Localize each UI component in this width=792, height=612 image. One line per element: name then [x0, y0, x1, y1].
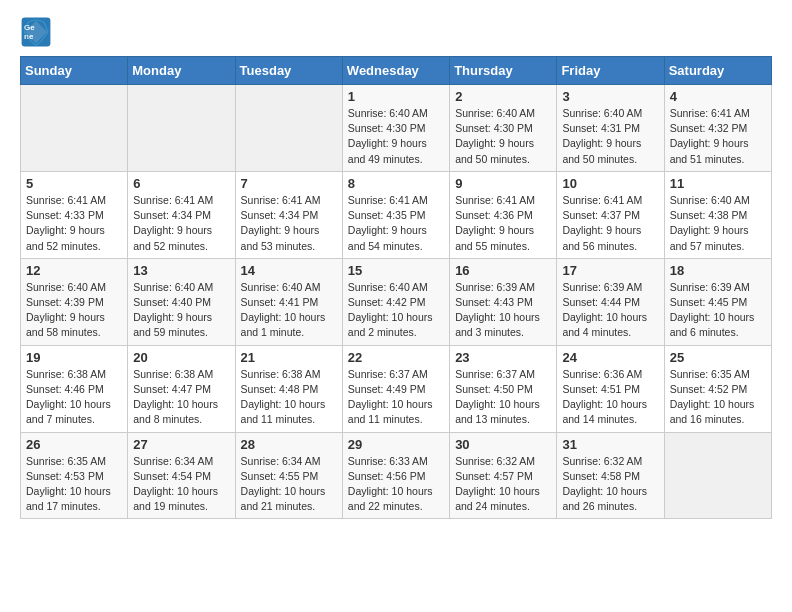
day-info: Sunrise: 6:33 AM Sunset: 4:56 PM Dayligh… [348, 454, 444, 515]
day-cell: 15Sunrise: 6:40 AM Sunset: 4:42 PM Dayli… [342, 258, 449, 345]
day-info: Sunrise: 6:38 AM Sunset: 4:48 PM Dayligh… [241, 367, 337, 428]
day-info: Sunrise: 6:39 AM Sunset: 4:44 PM Dayligh… [562, 280, 658, 341]
day-cell: 13Sunrise: 6:40 AM Sunset: 4:40 PM Dayli… [128, 258, 235, 345]
day-cell: 18Sunrise: 6:39 AM Sunset: 4:45 PM Dayli… [664, 258, 771, 345]
day-info: Sunrise: 6:41 AM Sunset: 4:34 PM Dayligh… [133, 193, 229, 254]
day-number: 9 [455, 176, 551, 191]
day-info: Sunrise: 6:40 AM Sunset: 4:39 PM Dayligh… [26, 280, 122, 341]
day-cell: 7Sunrise: 6:41 AM Sunset: 4:34 PM Daylig… [235, 171, 342, 258]
weekday-header-tuesday: Tuesday [235, 57, 342, 85]
day-number: 1 [348, 89, 444, 104]
day-number: 5 [26, 176, 122, 191]
weekday-header-wednesday: Wednesday [342, 57, 449, 85]
day-cell: 17Sunrise: 6:39 AM Sunset: 4:44 PM Dayli… [557, 258, 664, 345]
logo: Ge ne [20, 16, 58, 48]
day-cell: 31Sunrise: 6:32 AM Sunset: 4:58 PM Dayli… [557, 432, 664, 519]
day-cell: 21Sunrise: 6:38 AM Sunset: 4:48 PM Dayli… [235, 345, 342, 432]
day-cell: 28Sunrise: 6:34 AM Sunset: 4:55 PM Dayli… [235, 432, 342, 519]
day-number: 2 [455, 89, 551, 104]
day-info: Sunrise: 6:39 AM Sunset: 4:45 PM Dayligh… [670, 280, 766, 341]
weekday-header-sunday: Sunday [21, 57, 128, 85]
day-info: Sunrise: 6:40 AM Sunset: 4:41 PM Dayligh… [241, 280, 337, 341]
day-cell: 20Sunrise: 6:38 AM Sunset: 4:47 PM Dayli… [128, 345, 235, 432]
day-info: Sunrise: 6:41 AM Sunset: 4:36 PM Dayligh… [455, 193, 551, 254]
day-info: Sunrise: 6:37 AM Sunset: 4:50 PM Dayligh… [455, 367, 551, 428]
day-cell: 9Sunrise: 6:41 AM Sunset: 4:36 PM Daylig… [450, 171, 557, 258]
day-cell: 22Sunrise: 6:37 AM Sunset: 4:49 PM Dayli… [342, 345, 449, 432]
calendar-table: SundayMondayTuesdayWednesdayThursdayFrid… [20, 56, 772, 519]
logo-icon: Ge ne [20, 16, 52, 48]
day-cell [128, 85, 235, 172]
day-number: 7 [241, 176, 337, 191]
header: Ge ne [20, 16, 772, 48]
day-number: 3 [562, 89, 658, 104]
day-number: 19 [26, 350, 122, 365]
day-number: 29 [348, 437, 444, 452]
week-row-1: 1Sunrise: 6:40 AM Sunset: 4:30 PM Daylig… [21, 85, 772, 172]
day-info: Sunrise: 6:40 AM Sunset: 4:30 PM Dayligh… [348, 106, 444, 167]
day-info: Sunrise: 6:35 AM Sunset: 4:52 PM Dayligh… [670, 367, 766, 428]
day-number: 6 [133, 176, 229, 191]
weekday-header-row: SundayMondayTuesdayWednesdayThursdayFrid… [21, 57, 772, 85]
day-number: 28 [241, 437, 337, 452]
day-cell: 23Sunrise: 6:37 AM Sunset: 4:50 PM Dayli… [450, 345, 557, 432]
day-info: Sunrise: 6:40 AM Sunset: 4:38 PM Dayligh… [670, 193, 766, 254]
day-cell: 4Sunrise: 6:41 AM Sunset: 4:32 PM Daylig… [664, 85, 771, 172]
day-number: 21 [241, 350, 337, 365]
weekday-header-monday: Monday [128, 57, 235, 85]
day-info: Sunrise: 6:37 AM Sunset: 4:49 PM Dayligh… [348, 367, 444, 428]
page: Ge ne SundayMondayTuesdayWednesdayThursd… [0, 0, 792, 535]
weekday-header-saturday: Saturday [664, 57, 771, 85]
week-row-3: 12Sunrise: 6:40 AM Sunset: 4:39 PM Dayli… [21, 258, 772, 345]
day-info: Sunrise: 6:41 AM Sunset: 4:35 PM Dayligh… [348, 193, 444, 254]
day-number: 22 [348, 350, 444, 365]
day-info: Sunrise: 6:41 AM Sunset: 4:32 PM Dayligh… [670, 106, 766, 167]
day-info: Sunrise: 6:34 AM Sunset: 4:54 PM Dayligh… [133, 454, 229, 515]
day-cell: 16Sunrise: 6:39 AM Sunset: 4:43 PM Dayli… [450, 258, 557, 345]
week-row-2: 5Sunrise: 6:41 AM Sunset: 4:33 PM Daylig… [21, 171, 772, 258]
day-number: 10 [562, 176, 658, 191]
day-cell: 10Sunrise: 6:41 AM Sunset: 4:37 PM Dayli… [557, 171, 664, 258]
week-row-5: 26Sunrise: 6:35 AM Sunset: 4:53 PM Dayli… [21, 432, 772, 519]
day-cell: 12Sunrise: 6:40 AM Sunset: 4:39 PM Dayli… [21, 258, 128, 345]
day-number: 16 [455, 263, 551, 278]
day-number: 23 [455, 350, 551, 365]
day-info: Sunrise: 6:35 AM Sunset: 4:53 PM Dayligh… [26, 454, 122, 515]
day-number: 4 [670, 89, 766, 104]
day-info: Sunrise: 6:32 AM Sunset: 4:58 PM Dayligh… [562, 454, 658, 515]
day-cell: 3Sunrise: 6:40 AM Sunset: 4:31 PM Daylig… [557, 85, 664, 172]
day-number: 31 [562, 437, 658, 452]
day-cell: 5Sunrise: 6:41 AM Sunset: 4:33 PM Daylig… [21, 171, 128, 258]
day-number: 30 [455, 437, 551, 452]
day-info: Sunrise: 6:40 AM Sunset: 4:40 PM Dayligh… [133, 280, 229, 341]
day-number: 15 [348, 263, 444, 278]
day-number: 12 [26, 263, 122, 278]
day-cell: 11Sunrise: 6:40 AM Sunset: 4:38 PM Dayli… [664, 171, 771, 258]
day-cell: 2Sunrise: 6:40 AM Sunset: 4:30 PM Daylig… [450, 85, 557, 172]
day-cell: 24Sunrise: 6:36 AM Sunset: 4:51 PM Dayli… [557, 345, 664, 432]
day-cell: 25Sunrise: 6:35 AM Sunset: 4:52 PM Dayli… [664, 345, 771, 432]
day-info: Sunrise: 6:40 AM Sunset: 4:42 PM Dayligh… [348, 280, 444, 341]
day-cell: 27Sunrise: 6:34 AM Sunset: 4:54 PM Dayli… [128, 432, 235, 519]
day-cell [664, 432, 771, 519]
day-info: Sunrise: 6:38 AM Sunset: 4:47 PM Dayligh… [133, 367, 229, 428]
day-cell: 14Sunrise: 6:40 AM Sunset: 4:41 PM Dayli… [235, 258, 342, 345]
day-number: 24 [562, 350, 658, 365]
day-info: Sunrise: 6:32 AM Sunset: 4:57 PM Dayligh… [455, 454, 551, 515]
day-number: 17 [562, 263, 658, 278]
day-info: Sunrise: 6:38 AM Sunset: 4:46 PM Dayligh… [26, 367, 122, 428]
day-info: Sunrise: 6:40 AM Sunset: 4:30 PM Dayligh… [455, 106, 551, 167]
day-cell: 6Sunrise: 6:41 AM Sunset: 4:34 PM Daylig… [128, 171, 235, 258]
day-cell: 26Sunrise: 6:35 AM Sunset: 4:53 PM Dayli… [21, 432, 128, 519]
day-info: Sunrise: 6:41 AM Sunset: 4:34 PM Dayligh… [241, 193, 337, 254]
day-number: 8 [348, 176, 444, 191]
day-cell [235, 85, 342, 172]
day-cell: 8Sunrise: 6:41 AM Sunset: 4:35 PM Daylig… [342, 171, 449, 258]
day-info: Sunrise: 6:34 AM Sunset: 4:55 PM Dayligh… [241, 454, 337, 515]
day-info: Sunrise: 6:41 AM Sunset: 4:33 PM Dayligh… [26, 193, 122, 254]
day-cell: 29Sunrise: 6:33 AM Sunset: 4:56 PM Dayli… [342, 432, 449, 519]
day-number: 11 [670, 176, 766, 191]
day-number: 20 [133, 350, 229, 365]
day-info: Sunrise: 6:39 AM Sunset: 4:43 PM Dayligh… [455, 280, 551, 341]
weekday-header-friday: Friday [557, 57, 664, 85]
